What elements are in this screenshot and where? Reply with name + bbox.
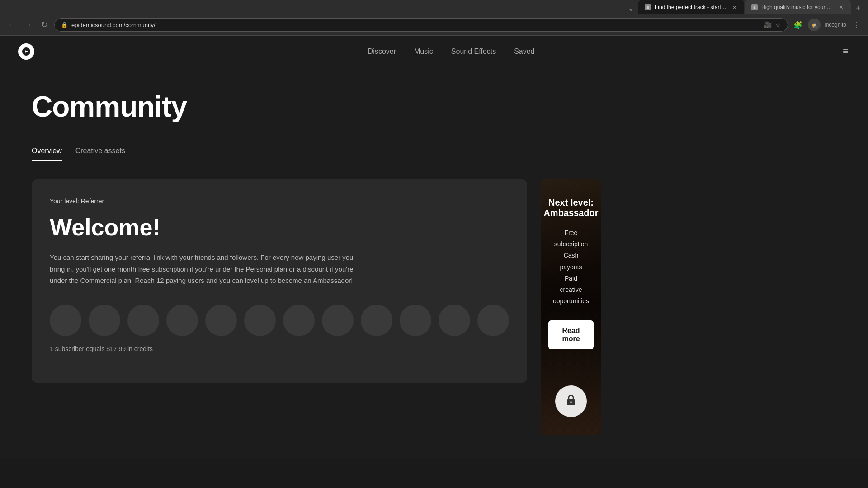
extensions-button[interactable]: 🧩 <box>792 19 804 31</box>
progress-circle-5 <box>205 305 237 336</box>
tab-1-favicon: E <box>645 4 651 10</box>
read-more-button[interactable]: Read more <box>548 320 593 349</box>
lock-icon <box>565 394 577 409</box>
incognito-label: Incognito <box>824 22 846 28</box>
progress-circle-12 <box>477 305 509 336</box>
nav-links: Discover Music Sound Effects Saved <box>61 44 841 59</box>
browser-chrome: ⌄ E Find the perfect track - start sou ✕… <box>0 0 868 36</box>
address-bar[interactable]: 🔒 epidemicsound.com/community/ 🎥 ☆ <box>54 18 788 32</box>
url-text: epidemicsound.com/community/ <box>71 22 760 28</box>
welcome-text: You can start sharing your referral link… <box>50 252 366 286</box>
website: Discover Music Sound Effects Saved ≡ Com… <box>0 36 868 458</box>
bookmark-star-icon: ☆ <box>775 21 781 28</box>
benefit-3: Paid creative opportunities <box>553 273 589 307</box>
main-layout: Your level: Referrer Welcome! You can st… <box>32 179 601 435</box>
progress-circle-9 <box>361 305 392 336</box>
browser-toolbar: ← → ↻ 🔒 epidemicsound.com/community/ 🎥 ☆… <box>0 14 868 35</box>
tab-2-favicon: E <box>751 4 758 10</box>
progress-circle-3 <box>127 305 159 336</box>
hamburger-button[interactable]: ≡ <box>841 44 850 58</box>
reload-button[interactable]: ↻ <box>38 19 51 31</box>
lock-circle <box>555 385 587 417</box>
incognito-icon: 🕵 <box>811 23 817 28</box>
progress-circles <box>50 305 509 336</box>
progress-circle-11 <box>439 305 470 336</box>
progress-circle-2 <box>89 305 120 336</box>
epidemic-logo-icon[interactable] <box>18 43 34 60</box>
back-button[interactable]: ← <box>5 19 18 31</box>
tab-1-title: Find the perfect track - start sou <box>655 4 727 10</box>
nav-right: ≡ <box>841 44 850 58</box>
sidebar-card: Next level: Ambassador Free subscription… <box>541 179 601 435</box>
credits-label: 1 subscriber equals $17.99 in credits <box>50 345 509 352</box>
page-tabs-bar: Overview Creative assets <box>32 141 601 161</box>
browser-tab-1[interactable]: E Find the perfect track - start sou ✕ <box>638 0 744 14</box>
site-nav: Discover Music Sound Effects Saved ≡ <box>0 36 868 67</box>
tab-overview[interactable]: Overview <box>32 141 62 161</box>
toolbar-right: 🧩 🕵 Incognito ⋮ <box>792 19 863 31</box>
lock-icon: 🔒 <box>61 22 68 28</box>
tab-creative-assets[interactable]: Creative assets <box>75 141 125 161</box>
new-tab-button[interactable]: + <box>852 2 864 14</box>
level-label: Your level: Referrer <box>50 197 509 205</box>
camera-icon: 🎥 <box>764 21 772 28</box>
tab-2-close-button[interactable]: ✕ <box>837 4 844 11</box>
nav-saved[interactable]: Saved <box>514 44 534 59</box>
welcome-heading: Welcome! <box>50 214 509 241</box>
page-title: Community <box>32 90 601 123</box>
nav-discover[interactable]: Discover <box>368 44 396 59</box>
site-logo[interactable] <box>18 43 34 60</box>
benefit-2: Cash payouts <box>553 250 589 272</box>
progress-circle-6 <box>244 305 276 336</box>
forward-button[interactable]: → <box>22 19 34 31</box>
nav-music[interactable]: Music <box>414 44 433 59</box>
benefit-1: Free subscription <box>553 227 589 250</box>
nav-sound-effects[interactable]: Sound Effects <box>451 44 496 59</box>
next-level-title: Next level: Ambassador <box>543 197 598 218</box>
page-content: Community Overview Creative assets Your … <box>0 67 633 458</box>
tab-2-title: High quality music for your con <box>761 4 834 10</box>
tab-dropdown-button[interactable]: ⌄ <box>624 2 637 14</box>
address-bar-icons: 🎥 ☆ <box>764 21 781 28</box>
progress-circle-1 <box>50 305 81 336</box>
progress-circle-4 <box>166 305 198 336</box>
profile-badge[interactable]: 🕵 <box>808 19 821 31</box>
browser-tab-2[interactable]: E High quality music for your con ✕ <box>745 0 851 14</box>
benefit-list: Free subscription Cash payouts Paid crea… <box>553 227 589 307</box>
tab-1-close-button[interactable]: ✕ <box>731 4 738 11</box>
welcome-card: Your level: Referrer Welcome! You can st… <box>32 179 527 383</box>
progress-circle-8 <box>322 305 354 336</box>
progress-circle-7 <box>283 305 315 336</box>
browser-menu-button[interactable]: ⋮ <box>850 19 863 31</box>
sidebar-card-content: Next level: Ambassador Free subscription… <box>541 179 601 435</box>
svg-point-1 <box>570 401 572 403</box>
tab-bar: ⌄ E Find the perfect track - start sou ✕… <box>0 0 868 14</box>
progress-circle-10 <box>400 305 431 336</box>
